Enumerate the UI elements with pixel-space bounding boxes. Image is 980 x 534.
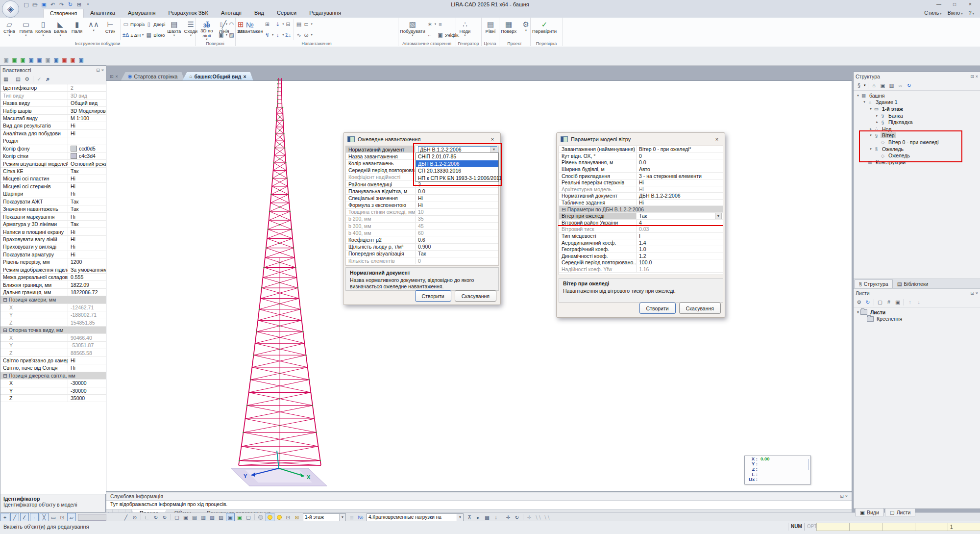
property-value[interactable]: 3D Моделирование [68,107,106,114]
ribbon-button-Колона[interactable]: ▯Колона▾ [34,18,52,41]
ribbon-button-area[interactable]: ⊞ [264,19,273,29]
property-value[interactable]: Авто [637,166,723,173]
apply-icon[interactable]: ✓ [35,75,43,83]
table-settings-icon[interactable]: ⊞ [75,1,83,8]
expander-icon[interactable]: ▾ [868,147,873,151]
property-value[interactable]: 35000 [68,395,106,402]
property-value[interactable]: Ні [68,130,106,137]
property-value[interactable]: Ні [68,243,106,250]
ribbon-tab-вид[interactable]: Вид [248,9,270,18]
property-value[interactable]: 100.0 [637,259,723,266]
ribbon-tab-створення[interactable]: Створення [43,9,84,18]
ribbon-button-truck[interactable]: ⊟ [285,19,292,29]
maximize-button[interactable]: □ [948,0,961,8]
minimize-button[interactable]: — [932,0,946,8]
ribbon-button-weight[interactable]: ω▾ [303,30,313,40]
ribbon-button-mesh[interactable]: ▨ [228,30,235,40]
show-selected-icon[interactable]: ▣ [226,513,235,521]
dropdown-option[interactable]: СНіП 2.01.07-85 [416,153,498,160]
cursor-filter-icon[interactable]: ▸ [474,513,482,521]
categorize-icon[interactable]: ▦ [2,75,10,83]
snap-icon-3[interactable]: ∠ [20,513,29,521]
lamp-highlight-icon[interactable] [266,513,274,521]
workplane-icon[interactable]: ▱ [67,513,76,521]
ribbon-tab-сервіси[interactable]: Сервіси [270,9,303,18]
close-icon[interactable]: × [845,494,848,499]
ribbon-button-wallpush[interactable]: ⊏▾ [303,19,313,29]
cancel-button[interactable]: Скасування [455,290,496,302]
copy-level-icon[interactable]: ▣ [879,81,887,89]
binoculars-icon[interactable]: ∞ [897,81,905,89]
ortho-icon[interactable]: ∟ [143,513,151,521]
property-value[interactable]: 0.555 [68,274,106,280]
property-value[interactable]: Ні [68,251,106,258]
property-value[interactable]: 3 - на стержневі елементи [637,173,723,179]
property-value[interactable]: -188002.71 [68,311,106,318]
print-area-icon[interactable]: ⊡ [58,513,66,521]
property-value[interactable]: Вітер 0 - при ожеледі* [637,146,723,153]
tree-item[interactable]: ◇Ожеледь [854,152,980,159]
property-value[interactable]: 0.6 [416,236,498,243]
property-value[interactable]: 0.900 [416,244,498,250]
dropdown-option[interactable]: СП 20.13330.2016 [416,167,498,175]
property-value[interactable]: За умовчанням [68,266,106,273]
tree-item[interactable]: ◇Вітер 0 - при ожеледі [854,139,980,146]
property-value[interactable]: Ні [68,190,106,197]
property-value[interactable]: I [637,233,723,239]
expander-icon[interactable]: ▾ [856,310,860,314]
bottom-tab-види[interactable]: ▣Види [855,508,884,516]
view-copy-icon-3[interactable]: ▤ [191,513,198,521]
cancel-button[interactable]: Скасування [679,303,721,314]
property-value[interactable]: 0 [416,257,498,264]
property-value[interactable]: 3D вид [68,92,106,99]
ribbon-button-box[interactable]: ▣▾ [218,30,227,40]
new-document-icon[interactable]: ▢ [23,1,30,8]
ribbon-button-Шахта[interactable]: ▤Шахта▾ [166,18,182,41]
property-value[interactable]: Так [68,168,106,175]
tree-item[interactable]: ▾§Ожеледь [854,146,980,153]
array-icon[interactable]: ∖∖ [543,513,551,521]
property-value[interactable]: Ні [68,122,106,129]
expander-icon[interactable]: ▾ [856,94,860,98]
snap-icon-5[interactable]: ╳ [40,513,49,521]
property-value[interactable]: 1.2 [637,253,723,259]
tree-item[interactable]: ▾⌂Здание 1 [854,99,980,106]
property-value[interactable]: Ні [416,202,498,208]
property-value[interactable]: c4c3d4 [68,153,106,159]
property-value[interactable]: 0.03 [637,226,723,232]
draw-circle-icon[interactable]: ⊙ [131,513,139,521]
ribbon-button-Стик[interactable]: ⊢Стик [102,18,119,41]
create-button[interactable]: Створити [639,303,676,314]
open-icon[interactable]: 🗁 [31,1,39,8]
show-green-icon[interactable]: ▣ [236,513,244,521]
ribbon-button-Паля[interactable]: ▮Паля [69,18,85,41]
property-value[interactable]: Ні [68,228,106,235]
property-value[interactable]: Так [68,221,106,228]
redo-icon[interactable]: ↷ [58,1,65,8]
property-value[interactable]: М 1:100 [68,115,106,122]
view-style-icon-10[interactable]: ▣ [77,56,85,63]
property-value[interactable]: Так▼ [637,213,723,219]
panel-tab-бібліотеки[interactable]: ▤Бібліотеки [893,280,932,288]
ribbon-button-Побудувати[interactable]: ▧Побудувати▾ [399,18,426,41]
pin-icon[interactable]: ⊡ [970,291,974,296]
ribbon-tab-аналітика[interactable]: Аналітика [84,9,122,18]
find-add-icon[interactable]: ▥ [888,81,896,89]
quick-filter-input[interactable] [78,514,106,521]
table-filter-icon[interactable]: ▦ [483,513,491,521]
pin-icon[interactable]: ⊡ [96,68,100,73]
property-value[interactable]: 90466.40 [68,334,106,341]
add-building-icon[interactable]: ⌂ [870,81,878,89]
ribbon-button-stack[interactable]: ▤ [296,19,302,29]
move-up-icon[interactable]: ↑ [906,298,914,306]
property-value[interactable]: -30000 [68,380,106,386]
property-value[interactable]: 2 [68,84,106,91]
bottom-tab-листи[interactable]: ▢Листи [885,508,916,516]
close-icon[interactable]: × [976,74,978,79]
property-value[interactable]: 0.0 [637,159,723,166]
update-sheet-icon[interactable]: ▣ [894,298,902,306]
ucs-rotate-x-icon[interactable]: ↻ [152,513,160,521]
view-copy-icon-5[interactable]: ▧ [208,513,216,521]
move-icon[interactable]: ✛ [504,513,512,521]
ribbon-button-Балка[interactable]: ◣Балка▾ [52,18,69,41]
